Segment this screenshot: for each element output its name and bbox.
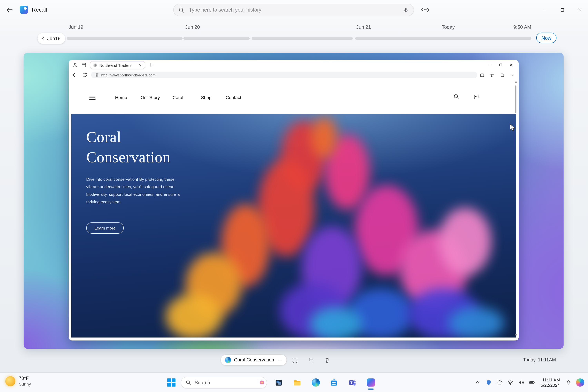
source-more-icon[interactable] — [277, 357, 282, 362]
scroll-up-icon[interactable] — [514, 81, 518, 83]
bell-icon[interactable] — [565, 379, 572, 386]
minimize-button[interactable] — [536, 0, 554, 20]
tab-title: Northwind Traders — [99, 63, 136, 67]
copilot-icon[interactable] — [576, 378, 584, 386]
windows-start-button[interactable] — [167, 378, 176, 386]
chat-icon[interactable] — [473, 94, 480, 100]
sun-icon — [5, 376, 16, 386]
browser-tabstrip: Northwind Traders — [68, 60, 518, 70]
taskbar-search[interactable]: Search — [181, 377, 267, 388]
active-app-indicator — [368, 388, 374, 390]
weather-condition: Sunny — [19, 382, 31, 387]
timeline-options-icon[interactable] — [420, 5, 430, 14]
shield-icon[interactable] — [485, 379, 492, 386]
url-text: http://www.northwindtraders.com — [101, 73, 156, 77]
collections-icon[interactable] — [500, 72, 505, 78]
timeline-date-label: Jun 20 — [185, 24, 200, 30]
site-nav-home[interactable]: Home — [115, 95, 127, 100]
site-nav-our-story[interactable]: Our Story — [140, 95, 160, 100]
favorites-star-icon[interactable] — [490, 72, 495, 78]
recall-app-button[interactable] — [366, 378, 375, 387]
browser-close-button[interactable] — [506, 60, 516, 70]
timeline-segment[interactable] — [252, 37, 353, 40]
timeline-date-label: Jun 19 — [68, 24, 83, 30]
weather-temp: 78°F — [19, 376, 31, 382]
site-search-icon[interactable] — [453, 94, 460, 100]
edge-browser-window: Northwind Traders — [68, 60, 518, 340]
recall-app-window: Recall Jun 19 Jun 20 Jun 21 Today 9:50 A… — [0, 0, 588, 392]
teams-icon — [348, 378, 357, 387]
edge-icon — [312, 378, 320, 386]
microphone-icon[interactable] — [403, 7, 409, 13]
delete-button[interactable] — [322, 355, 332, 365]
recall-titlebar: Recall — [0, 0, 588, 20]
tab-close-icon[interactable] — [138, 63, 142, 67]
recall-icon — [20, 6, 28, 14]
battery-icon[interactable] — [528, 379, 535, 386]
timeline-now-button[interactable]: Now — [536, 32, 556, 43]
timeline-segment[interactable] — [184, 37, 250, 40]
copy-button[interactable] — [306, 355, 316, 365]
new-tab-icon[interactable] — [148, 62, 154, 68]
browser-tab[interactable]: Northwind Traders — [90, 61, 145, 69]
scrollbar-thumb[interactable] — [515, 86, 516, 113]
onedrive-cloud-icon[interactable] — [496, 379, 503, 386]
snapshot-preview[interactable]: Northwind Traders — [24, 53, 564, 349]
more-icon[interactable] — [510, 72, 515, 78]
snapshot-source-pill[interactable]: Coral Conservation — [220, 354, 287, 366]
timeline-segment[interactable] — [67, 37, 183, 40]
site-nav-shop[interactable]: Shop — [201, 95, 212, 100]
learn-more-button[interactable]: Learn more — [86, 222, 124, 234]
screenray-icon — [292, 357, 298, 363]
tab-actions-icon[interactable] — [81, 62, 87, 68]
taskbar-clock[interactable]: 11:11 AM 6/22/2024 — [541, 377, 560, 388]
store-button[interactable] — [330, 378, 338, 387]
refresh-icon[interactable] — [82, 72, 88, 78]
maximize-button[interactable] — [554, 0, 571, 20]
task-view-button[interactable] — [274, 378, 283, 387]
flower-icon — [259, 380, 265, 385]
weather-widget[interactable]: 78°F Sunny — [5, 376, 31, 386]
close-button[interactable] — [571, 0, 588, 20]
back-arrow-icon[interactable] — [6, 6, 14, 14]
history-search-input[interactable] — [188, 7, 399, 13]
volume-icon[interactable] — [518, 379, 524, 386]
edge-button[interactable] — [311, 378, 320, 387]
browser-navbar: http://www.northwindtraders.com — [68, 70, 518, 80]
edge-icon — [225, 357, 231, 363]
browser-maximize-button[interactable] — [495, 60, 506, 70]
address-bar[interactable]: http://www.northwindtraders.com — [91, 72, 478, 78]
file-explorer-icon — [293, 378, 302, 387]
clock-time: 11:11 AM — [541, 377, 560, 382]
system-tray: 11:11 AM 6/22/2024 — [474, 373, 584, 392]
cursor-arrow-icon — [509, 123, 517, 132]
snapshot-timestamp: Today, 11:11AM — [523, 357, 556, 362]
file-explorer-button[interactable] — [293, 378, 302, 387]
history-search[interactable] — [173, 4, 414, 16]
browser-window-controls — [485, 60, 516, 70]
delete-icon — [324, 357, 330, 363]
task-view-icon — [274, 378, 283, 387]
copy-icon — [308, 357, 314, 363]
scroll-down-icon[interactable] — [514, 334, 518, 336]
timeline-jump-back-button[interactable]: Jun19 — [38, 33, 65, 44]
site-nav-contact[interactable]: Contact — [226, 95, 241, 100]
chevron-up-icon[interactable] — [474, 379, 481, 386]
browser-minimize-button[interactable] — [485, 60, 496, 70]
timeline-segment[interactable] — [355, 37, 531, 40]
wifi-icon[interactable] — [507, 379, 514, 386]
page-scrollbar[interactable] — [514, 81, 518, 336]
site-nav-coral[interactable]: Coral — [172, 95, 183, 100]
split-screen-icon[interactable] — [480, 72, 484, 78]
timeline-date-label: Today — [442, 24, 455, 30]
timeline-jump-label: Jun19 — [47, 36, 60, 41]
nav-back-icon[interactable] — [72, 72, 78, 78]
coral-blob — [439, 208, 491, 275]
menu-icon[interactable] — [89, 96, 96, 102]
chevron-left-icon — [41, 36, 46, 41]
screenray-button[interactable] — [290, 355, 300, 365]
coral-blob — [311, 117, 338, 158]
teams-button[interactable] — [348, 378, 357, 387]
window-controls — [536, 0, 588, 20]
profile-icon[interactable] — [72, 62, 78, 68]
